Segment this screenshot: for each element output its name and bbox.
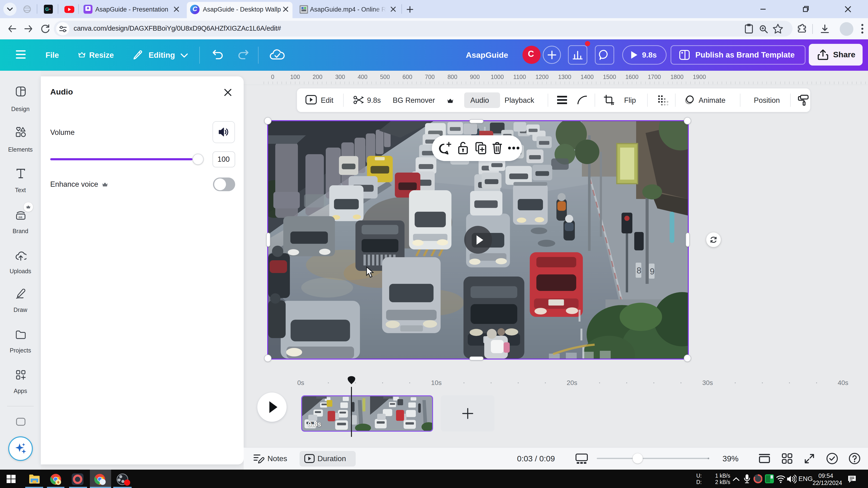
svg-text:co: co — [19, 215, 22, 219]
